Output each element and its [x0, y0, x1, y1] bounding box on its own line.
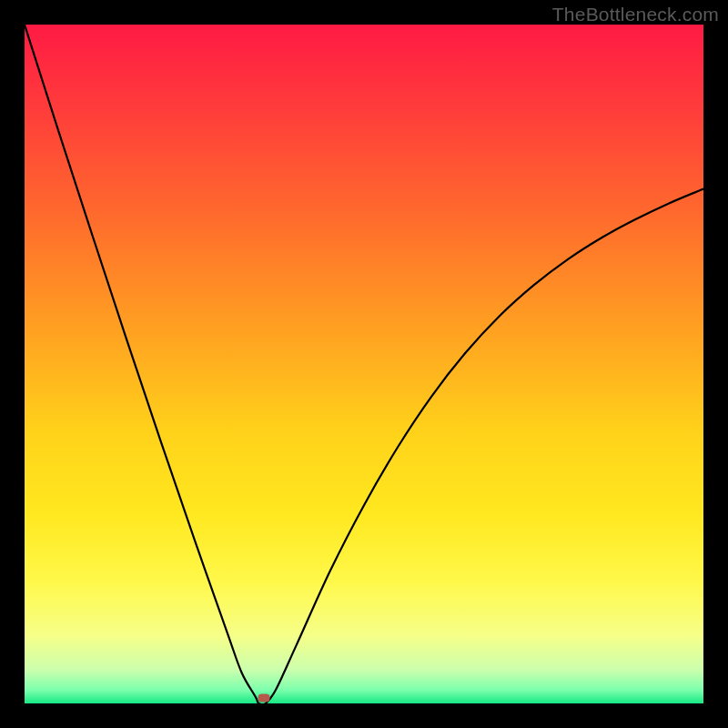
watermark-label: TheBottleneck.com: [552, 4, 719, 25]
plot-area: [25, 25, 703, 703]
bottleneck-curve: [25, 25, 703, 703]
optimal-point-marker: [258, 694, 269, 703]
chart-frame: TheBottleneck.com: [0, 0, 728, 728]
